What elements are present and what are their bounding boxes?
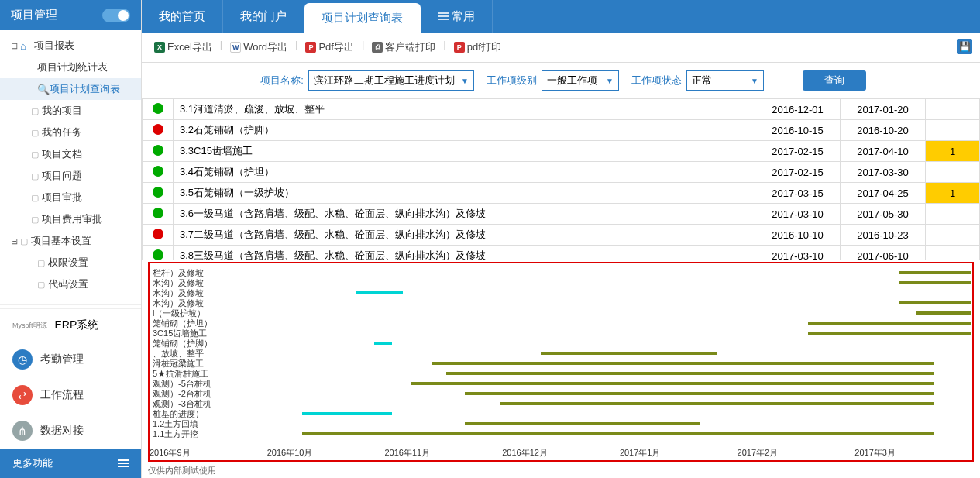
client-print-button[interactable]: ⎙客户端打印 [367,39,440,56]
more-button[interactable]: 更多功能 [0,449,141,478]
bottom-item-erp[interactable]: Mysoft明源 ERP系统 [0,309,141,342]
gantt-bar [356,291,404,294]
end-cell: 2017-04-25 [841,183,926,204]
status-dot-icon [153,145,163,156]
toolbar: XExcel导出 | WWord导出 | PPdf导出 | ⎙客户端打印 | P… [142,33,980,63]
pdf-icon: P [454,42,465,53]
tab-label: 项目计划查询表 [322,11,403,26]
filter-bar: 项目名称: 滨江环路二期工程施工进度计划 工作项级别 一般工作项 工作项状态 正… [142,63,980,98]
project-select[interactable]: 滨江环路二期工程施工进度计划 [308,70,474,91]
flag-cell: 1 [926,183,980,204]
end-cell: 2017-05-30 [841,204,926,225]
tree-item-code[interactable]: ▢ 代码设置 [0,273,141,295]
gantt-bar [899,301,971,304]
tree-group-reports[interactable]: ⊟ ⌂ 项目报表 [0,35,141,57]
gantt-row-label: 笼铺砌（护脚） [153,339,212,349]
end-cell: 2017-03-30 [841,162,926,183]
tree-item-issues[interactable]: ▢ 项目问题 [0,165,141,187]
tree-item-expense[interactable]: ▢ 项目费用审批 [0,208,141,230]
bottom-item-workflow[interactable]: ⇄ 工作流程 [0,377,141,413]
clock-icon: ◷ [12,349,33,370]
print-icon: ⎙ [372,42,383,53]
pdf-export-button[interactable]: PPdf导出 [301,39,359,56]
doc-icon: ▢ [31,150,39,160]
name-cell: 3.3C15齿墙施工 [174,141,755,162]
search-icon: 🔍 [37,84,50,95]
start-cell: 2017-03-10 [755,246,841,261]
table-row[interactable]: 3.1河道清淤、疏浚、放坡、整平 2016-12-01 2017-01-20 [143,99,980,120]
table-row[interactable]: 3.7二级马道（含路肩墙、级配、水稳、砼面层、纵向排水沟）及修坡 2016-10… [143,225,980,246]
gantt-row-label: 水沟）及修坡 [153,298,212,308]
table-row[interactable]: 3.2石笼铺砌（护脚） 2016-10-15 2016-10-20 [143,120,980,141]
tree-label: 项目计划统计表 [37,60,108,74]
table-row[interactable]: 3.5石笼铺砌（一级护坡） 2017-03-15 2017-04-25 1 [143,183,980,204]
name-cell: 3.8三级马道（含路肩墙、级配、水稳、砼面层、纵向排水沟）及修坡 [174,246,755,261]
name-cell: 3.1河道清淤、疏浚、放坡、整平 [174,99,755,120]
pdf-print-button[interactable]: Ppdf打印 [449,39,506,56]
gantt-bar [374,342,392,345]
status-cell [143,120,174,141]
gantt-tick-label: 2017年3月 [854,447,972,459]
btn-label: 客户端打印 [385,40,435,54]
sidebar-toggle[interactable] [102,9,130,22]
table-row[interactable]: 3.6一级马道（含路肩墙、级配、水稳、砼面层、纵向排水沟）及修坡 2017-03… [143,204,980,225]
status-dot-icon [153,187,163,198]
tree-label: 项目计划查询表 [50,82,120,96]
gantt-bar [411,382,935,385]
tab-common[interactable]: 常用 [421,0,493,33]
gantt-bar [432,362,935,365]
share-icon: ⋔ [12,421,33,441]
gantt-x-axis: 2016年9月2016年10月2016年11月2016年12月2017年1月20… [150,447,972,459]
sidebar-title: 项目管理 [11,8,57,22]
table-row[interactable]: 3.4石笼铺砌（护坦） 2017-02-15 2017-03-30 [143,162,980,183]
word-export-button[interactable]: WWord导出 [225,39,292,56]
flag-cell [926,99,980,120]
gantt-bar [541,352,718,355]
tab-label: 我的首页 [159,9,205,24]
tree-item-myproject[interactable]: ▢ 我的项目 [0,100,141,122]
save-button[interactable]: 💾 [957,39,972,54]
status-cell [143,141,174,162]
tree-item-mytask[interactable]: ▢ 我的任务 [0,122,141,143]
bottom-label: 考勤管理 [40,352,84,366]
excel-export-button[interactable]: XExcel导出 [150,39,217,56]
bottom-item-attendance[interactable]: ◷ 考勤管理 [0,342,141,377]
main-area: 我的首页 我的门户 项目计划查询表 常用 XExcel导出 | WWord导出 … [142,0,980,478]
doc-icon: ▢ [31,106,39,116]
doc-icon: ▢ [31,171,39,181]
flag-cell [926,120,980,141]
gantt-bar [465,422,700,425]
status-dot-icon [153,208,163,218]
bottom-item-data[interactable]: ⋔ 数据对接 [0,413,141,449]
hamburger-icon [118,458,129,469]
gantt-bar [899,271,971,274]
tab-home[interactable]: 我的首页 [142,0,223,33]
btn-label: Excel导出 [167,40,212,54]
tree-item-approval[interactable]: ▢ 项目审批 [0,187,141,208]
status-select[interactable]: 正常 [686,70,764,91]
list-icon [438,11,449,22]
gantt-row-label: 笼铺砌（护坦） [153,318,212,328]
tree-item-stats[interactable]: 项目计划统计表 [0,57,141,78]
tree-group-settings[interactable]: ⊟ ▢ 项目基本设置 [0,230,141,252]
tree-item-query[interactable]: 🔍 项目计划查询表 [0,78,141,100]
tree-item-permission[interactable]: ▢ 权限设置 [0,252,141,273]
table-row[interactable]: 3.8三级马道（含路肩墙、级配、水稳、砼面层、纵向排水沟）及修坡 2017-03… [143,246,980,261]
gantt-row-label: 1.2土方回填 [153,419,212,429]
tab-query[interactable]: 项目计划查询表 [304,3,421,33]
tree-label: 代码设置 [48,277,88,291]
gantt-bar [916,311,971,315]
gantt-tick-label: 2016年10月 [267,447,385,459]
tree-item-docs[interactable]: ▢ 项目文档 [0,143,141,165]
gantt-row-label: 观测）-5台桩机 [153,379,212,389]
query-button[interactable]: 查询 [803,70,866,91]
word-icon: W [230,42,241,53]
status-dot-icon [153,166,163,177]
end-cell: 2017-01-20 [841,99,926,120]
flag-cell: 1 [926,141,980,162]
bottom-label: ERP系统 [55,318,99,332]
workitem-select[interactable]: 一般工作项 [542,70,619,91]
more-label: 更多功能 [12,456,53,470]
tab-portal[interactable]: 我的门户 [223,0,304,33]
table-row[interactable]: 3.3C15齿墙施工 2017-02-15 2017-04-10 1 [143,141,980,162]
